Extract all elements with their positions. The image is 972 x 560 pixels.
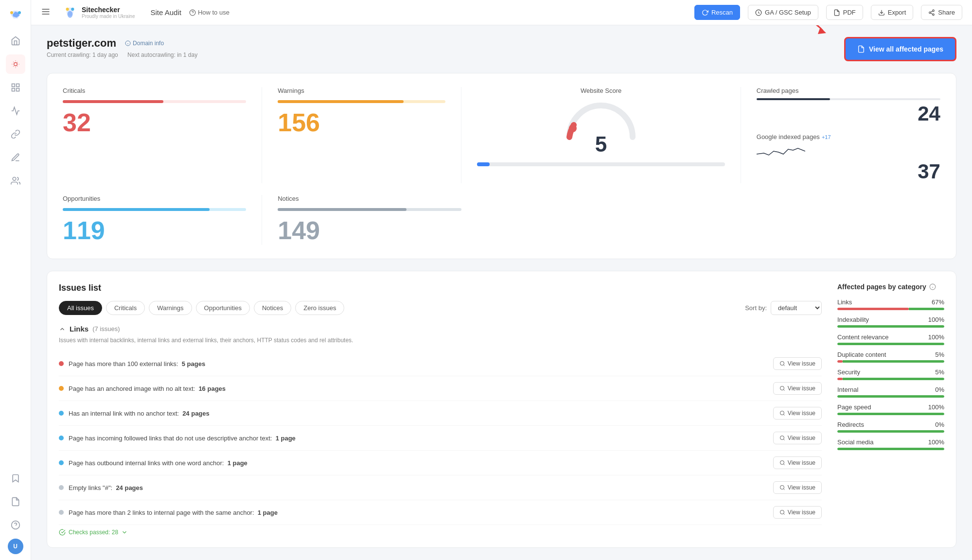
checks-passed-label: Checks passed: 28 bbox=[69, 529, 118, 536]
links-issue-count: (7 issues) bbox=[92, 325, 120, 332]
svg-point-25 bbox=[933, 14, 935, 16]
sidebar-item-reports[interactable] bbox=[6, 492, 25, 511]
svg-point-17 bbox=[71, 7, 74, 10]
sidebar-item-rank[interactable] bbox=[6, 101, 25, 121]
affected-indexability-fill bbox=[837, 325, 944, 328]
ga-icon bbox=[755, 9, 762, 16]
view-all-label: View all affected pages bbox=[869, 45, 943, 53]
avatar[interactable]: U bbox=[8, 539, 23, 554]
issue-text: Empty links "#": 24 pages bbox=[69, 484, 768, 491]
affected-indexability-bar bbox=[837, 325, 944, 328]
sidebar-item-home[interactable] bbox=[6, 31, 25, 51]
affected-item-security: Security 5% bbox=[837, 368, 944, 380]
website-score-label: Website Score bbox=[477, 87, 725, 94]
issue-severity-dot bbox=[59, 436, 64, 440]
sort-control: Sort by: default by pages by severity bbox=[745, 301, 822, 315]
filter-all-issues[interactable]: All issues bbox=[59, 301, 102, 315]
sidebar-item-bookmark[interactable] bbox=[6, 469, 25, 488]
filter-warnings[interactable]: Warnings bbox=[149, 301, 192, 315]
affected-item-social-media: Social media 100% bbox=[837, 438, 944, 450]
filter-zero-issues[interactable]: Zero issues bbox=[295, 301, 344, 315]
search-icon bbox=[779, 485, 785, 490]
affected-social-label: Social media bbox=[837, 438, 873, 446]
chevron-down-icon bbox=[121, 529, 128, 536]
ga-gsc-label: GA / GSC Setup bbox=[765, 9, 811, 16]
stat-notices: Notices 149 bbox=[262, 195, 461, 245]
view-issue-button[interactable]: View issue bbox=[773, 456, 822, 469]
domain-info-label: Domain info bbox=[133, 40, 164, 47]
issue-severity-dot bbox=[59, 510, 64, 515]
affected-internal-pct: 0% bbox=[935, 386, 944, 393]
affected-redirects-fill bbox=[837, 430, 944, 433]
sidebar-item-analytics[interactable] bbox=[6, 78, 25, 97]
svg-point-3 bbox=[14, 63, 17, 66]
view-issue-button[interactable]: View issue bbox=[773, 481, 822, 494]
affected-links-bar bbox=[837, 308, 944, 310]
sidebar: U bbox=[0, 0, 31, 560]
view-issue-button[interactable]: View issue bbox=[773, 506, 822, 519]
svg-point-43 bbox=[780, 486, 784, 490]
svg-point-45 bbox=[780, 510, 784, 514]
indexed-badge: +17 bbox=[822, 134, 831, 140]
criticals-label: Criticals bbox=[63, 87, 246, 94]
pdf-label: PDF bbox=[843, 9, 856, 16]
sort-select[interactable]: default by pages by severity bbox=[771, 301, 822, 315]
svg-point-8 bbox=[13, 177, 16, 181]
view-issue-button[interactable]: View issue bbox=[773, 407, 822, 420]
links-description: Issues with internal backlinks, internal… bbox=[59, 337, 822, 344]
page-body: petstiger.com Domain info Current crawli… bbox=[31, 25, 972, 560]
svg-rect-6 bbox=[16, 88, 19, 91]
affected-links-fill bbox=[837, 308, 909, 310]
notices-value: 149 bbox=[278, 216, 461, 245]
affected-security-pct: 5% bbox=[935, 368, 944, 376]
sidebar-item-seo[interactable] bbox=[6, 148, 25, 167]
view-issue-button[interactable]: View issue bbox=[773, 382, 822, 395]
issue-text: Page has an anchored image with no alt t… bbox=[69, 385, 768, 392]
criticals-value: 32 bbox=[63, 108, 246, 137]
affected-item-indexability: Indexability 100% bbox=[837, 316, 944, 328]
domain-info-link[interactable]: Domain info bbox=[125, 40, 164, 47]
issue-row: Empty links "#": 24 pages View issue bbox=[59, 475, 822, 500]
crawled-bar bbox=[757, 98, 940, 100]
chevron-up-icon[interactable] bbox=[59, 326, 66, 332]
filter-criticals[interactable]: Criticals bbox=[106, 301, 145, 315]
issues-main: Issues list All issues Criticals Warning… bbox=[59, 283, 822, 536]
share-button[interactable]: Share bbox=[921, 5, 962, 20]
share-label: Share bbox=[938, 9, 955, 16]
affected-duplicate-fill bbox=[837, 360, 843, 363]
export-button[interactable]: Export bbox=[871, 5, 914, 20]
svg-rect-4 bbox=[12, 84, 15, 87]
issues-section: Issues list All issues Criticals Warning… bbox=[47, 271, 956, 548]
sidebar-item-users[interactable] bbox=[6, 171, 25, 191]
view-all-affected-pages-button[interactable]: View all affected pages bbox=[844, 37, 956, 61]
how-to-use-label: How to use bbox=[198, 9, 230, 16]
affected-redirects-bar bbox=[837, 430, 944, 433]
view-issue-button[interactable]: View issue bbox=[773, 357, 822, 370]
svg-rect-7 bbox=[12, 88, 15, 91]
sidebar-item-audit[interactable] bbox=[6, 54, 25, 74]
stat-crawled: Crawled pages 24 Google indexed pages +1… bbox=[741, 87, 940, 183]
score-display: 5 bbox=[477, 98, 725, 166]
sidebar-item-help[interactable] bbox=[6, 515, 25, 535]
links-header: Links (7 issues) bbox=[59, 325, 822, 333]
sidebar-item-links[interactable] bbox=[6, 124, 25, 144]
logo-icon[interactable] bbox=[7, 6, 24, 23]
affected-item-internal: Internal 0% bbox=[837, 386, 944, 398]
pdf-button[interactable]: PDF bbox=[826, 5, 863, 20]
checks-passed[interactable]: Checks passed: 28 bbox=[59, 529, 822, 536]
menu-icon[interactable] bbox=[41, 7, 51, 18]
affected-duplicate-pct: 5% bbox=[935, 351, 944, 358]
rescan-button[interactable]: Rescan bbox=[694, 5, 740, 20]
ga-gsc-setup-button[interactable]: GA / GSC Setup bbox=[748, 5, 818, 20]
how-to-use-link[interactable]: How to use bbox=[189, 9, 230, 16]
affected-indexability-pct: 100% bbox=[928, 316, 944, 323]
filter-opportunities[interactable]: Opportunities bbox=[196, 301, 250, 315]
issue-severity-dot bbox=[59, 485, 64, 490]
svg-point-24 bbox=[929, 12, 931, 14]
svg-point-18 bbox=[68, 11, 73, 18]
brand-logo bbox=[62, 5, 78, 20]
filter-notices[interactable]: Notices bbox=[254, 301, 291, 315]
affected-item-links: Links 67% bbox=[837, 298, 944, 310]
view-issue-button[interactable]: View issue bbox=[773, 432, 822, 444]
affected-pagespeed-fill bbox=[837, 413, 944, 415]
